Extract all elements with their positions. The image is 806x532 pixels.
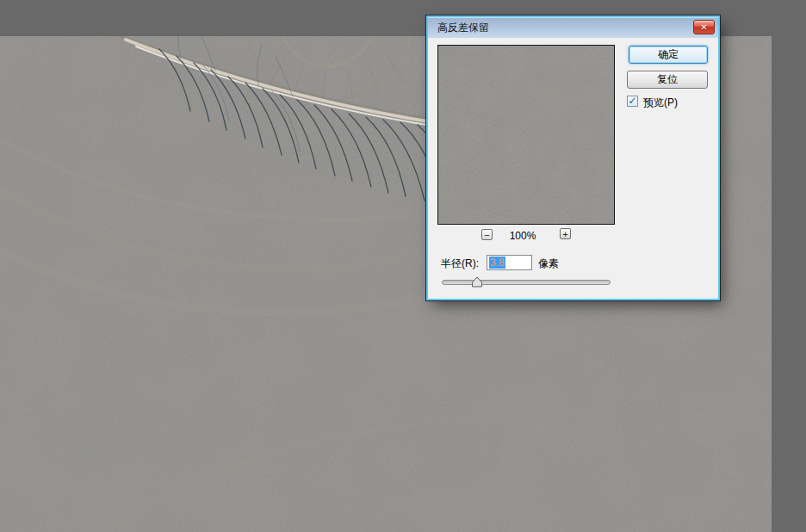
checkmark-icon: ✓ bbox=[628, 96, 637, 106]
radius-slider-thumb[interactable] bbox=[470, 276, 484, 288]
dialog-titlebar[interactable]: 高反差保留 ✕ bbox=[428, 17, 718, 38]
radius-input[interactable]: 3.8 bbox=[487, 255, 532, 270]
reset-button[interactable]: 复位 bbox=[627, 71, 708, 89]
radius-label: 半径(R): bbox=[441, 257, 479, 271]
radius-unit-label: 像素 bbox=[538, 257, 559, 271]
close-button[interactable]: ✕ bbox=[693, 20, 715, 34]
high-pass-dialog: 高反差保留 ✕ bbox=[428, 17, 718, 299]
preview-checkbox[interactable]: ✓ bbox=[627, 96, 638, 107]
close-icon: ✕ bbox=[694, 21, 714, 34]
photoshop-screen: 高反差保留 ✕ bbox=[0, 0, 806, 532]
zoom-in-button[interactable]: + bbox=[560, 228, 571, 239]
zoom-level-label: 100% bbox=[501, 230, 544, 242]
ok-button[interactable]: 确定 bbox=[629, 46, 708, 64]
zoom-out-button[interactable]: − bbox=[481, 229, 493, 240]
dialog-title: 高反差保留 bbox=[437, 21, 489, 35]
filter-preview-thumbnail[interactable] bbox=[437, 45, 615, 225]
preview-checkbox-label[interactable]: 预览(P) bbox=[643, 96, 678, 110]
preview-texture bbox=[438, 46, 614, 224]
radius-slider[interactable] bbox=[442, 280, 611, 285]
radius-value-selected-text: 3.8 bbox=[489, 257, 505, 269]
